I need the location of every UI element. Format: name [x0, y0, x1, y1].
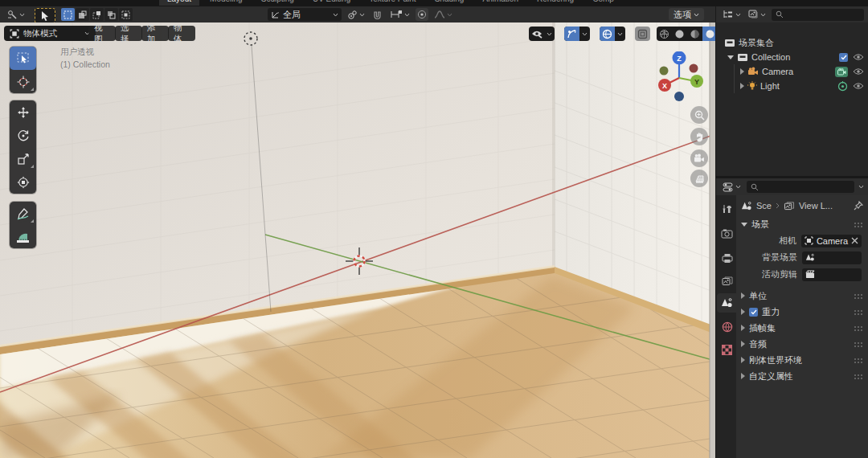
tab-texture-properties[interactable] — [717, 340, 737, 359]
properties-filter-dropdown[interactable] — [858, 185, 864, 189]
shading-rendered-button[interactable] — [702, 27, 715, 41]
outliner-row-scene-collection[interactable]: 场景集合 — [716, 35, 868, 50]
select-mode-set[interactable] — [61, 8, 75, 21]
panel-grip[interactable] — [854, 358, 863, 363]
section-rigid-body[interactable]: 刚体世界环境 — [736, 352, 868, 368]
eye-icon[interactable] — [853, 82, 864, 90]
tab-uv-editing[interactable]: UV Editing — [305, 0, 358, 6]
clear-icon[interactable] — [851, 237, 858, 244]
section-gravity[interactable]: 重力 — [736, 304, 868, 320]
camera-data-badge[interactable] — [835, 67, 848, 77]
expand-arrow-icon[interactable] — [740, 68, 744, 75]
properties-search-input[interactable] — [747, 181, 854, 193]
tab-tool-properties[interactable] — [717, 199, 737, 219]
tab-rendering[interactable]: Rendering — [529, 0, 582, 6]
axis-y-handle[interactable]: Y — [690, 75, 703, 88]
active-clip-field[interactable] — [802, 268, 862, 281]
select-mode-extend[interactable] — [76, 8, 89, 21]
snap-target-dropdown[interactable] — [388, 8, 411, 21]
tool-move[interactable] — [10, 100, 36, 124]
overlays-dropdown[interactable] — [600, 27, 625, 41]
gravity-checkbox[interactable] — [749, 308, 758, 317]
tab-render-properties[interactable] — [717, 224, 737, 243]
tool-rotate[interactable] — [10, 124, 36, 147]
section-scene[interactable]: 场景 — [736, 216, 868, 232]
outliner-row-light[interactable]: Light — [716, 79, 868, 93]
tool-transform[interactable] — [10, 170, 36, 194]
toggle-ortho-button[interactable] — [690, 170, 708, 187]
tool-cursor[interactable] — [10, 70, 36, 93]
camera-view-button[interactable] — [690, 149, 708, 167]
tab-output-properties[interactable] — [717, 248, 737, 268]
panel-grip[interactable] — [854, 325, 863, 331]
camera-field[interactable]: Camera — [801, 235, 862, 247]
3d-viewport[interactable]: 物体模式 视图 选择 添加 物体 用户透视 (1) Collection — [0, 22, 715, 458]
eye-icon[interactable] — [853, 67, 864, 76]
pivot-point-dropdown[interactable] — [346, 8, 366, 21]
outliner-filter-dropdown[interactable] — [747, 8, 768, 21]
tab-scene-properties[interactable] — [717, 293, 737, 313]
proportional-falloff-dropdown[interactable] — [432, 8, 454, 21]
tab-world-properties[interactable] — [717, 317, 737, 337]
tool-header-menu[interactable] — [5, 8, 27, 22]
mode-dropdown[interactable]: 物体模式 — [4, 26, 96, 41]
tab-sculpting[interactable]: Sculpting — [253, 0, 302, 6]
tab-shading[interactable]: Shading — [427, 0, 473, 6]
select-mode-invert[interactable] — [104, 8, 118, 21]
options-dropdown[interactable]: 选项 — [669, 8, 704, 21]
object-visibility-dropdown[interactable] — [529, 27, 555, 41]
tool-annotate[interactable] — [10, 202, 36, 225]
panel-grip[interactable] — [854, 341, 863, 347]
panel-grip[interactable] — [854, 293, 863, 299]
axis-x-handle[interactable]: X — [658, 79, 671, 92]
shading-wireframe-button[interactable] — [657, 27, 672, 41]
section-custom-props[interactable]: 自定义属性 — [736, 368, 868, 384]
axis-neg-z-handle[interactable] — [674, 92, 684, 101]
xray-toggle[interactable] — [635, 27, 650, 41]
outliner-search-input[interactable] — [772, 9, 864, 21]
tab-compositing[interactable]: Comp — [584, 0, 622, 6]
menu-select[interactable]: 选择 — [115, 26, 142, 41]
section-audio[interactable]: 音频 — [736, 336, 868, 352]
snap-toggle[interactable] — [371, 8, 384, 21]
panel-grip[interactable] — [854, 309, 863, 315]
panel-grip[interactable] — [854, 222, 863, 227]
pan-button[interactable] — [690, 128, 708, 145]
breadcrumb-scene[interactable]: Sce — [756, 201, 772, 211]
properties-editor-dropdown[interactable] — [721, 181, 743, 194]
navigation-gizmo[interactable]: Z X Y — [649, 51, 709, 108]
breadcrumb-view-layer[interactable]: View L... — [799, 201, 833, 211]
eye-icon[interactable] — [853, 53, 864, 61]
axis-neg-y-handle[interactable] — [660, 67, 669, 76]
axis-z-handle[interactable]: Z — [673, 51, 686, 65]
collapse-arrow-icon[interactable] — [727, 55, 734, 59]
tab-texture-paint[interactable]: Texture Paint — [361, 0, 424, 6]
zoom-button[interactable] — [690, 106, 708, 124]
collection-checkbox[interactable] — [839, 53, 848, 62]
tab-animation[interactable]: Animation — [474, 0, 526, 6]
outliner-display-mode-dropdown[interactable] — [721, 8, 743, 21]
section-units[interactable]: 单位 — [736, 288, 868, 304]
section-keying[interactable]: 插帧集 — [736, 320, 868, 336]
outliner-row-collection[interactable]: Collection — [716, 50, 868, 64]
pin-icon[interactable] — [854, 201, 863, 211]
gizmos-dropdown[interactable] — [564, 27, 590, 41]
light-data-badge[interactable] — [837, 81, 848, 92]
menu-object[interactable]: 物体 — [168, 26, 195, 41]
tool-measure[interactable] — [10, 225, 36, 248]
tab-layout[interactable]: Layout — [159, 0, 199, 6]
select-mode-subtract[interactable] — [90, 8, 104, 21]
shading-material-button[interactable] — [687, 27, 702, 41]
active-tool-button[interactable] — [35, 8, 55, 23]
menu-add[interactable]: 添加 — [141, 26, 169, 41]
transform-orientation-dropdown[interactable]: 全局 — [268, 8, 342, 21]
tool-scale[interactable] — [10, 147, 36, 170]
menu-view[interactable]: 视图 — [88, 26, 116, 41]
tab-view-layer-properties[interactable] — [717, 271, 737, 290]
shading-solid-button[interactable] — [672, 27, 687, 41]
axis-neg-x-handle[interactable] — [690, 64, 698, 73]
outliner-row-camera[interactable]: Camera — [716, 64, 868, 79]
expand-arrow-icon[interactable] — [740, 83, 744, 89]
tool-select-box[interactable] — [10, 47, 36, 70]
proportional-edit-toggle[interactable] — [416, 8, 428, 21]
